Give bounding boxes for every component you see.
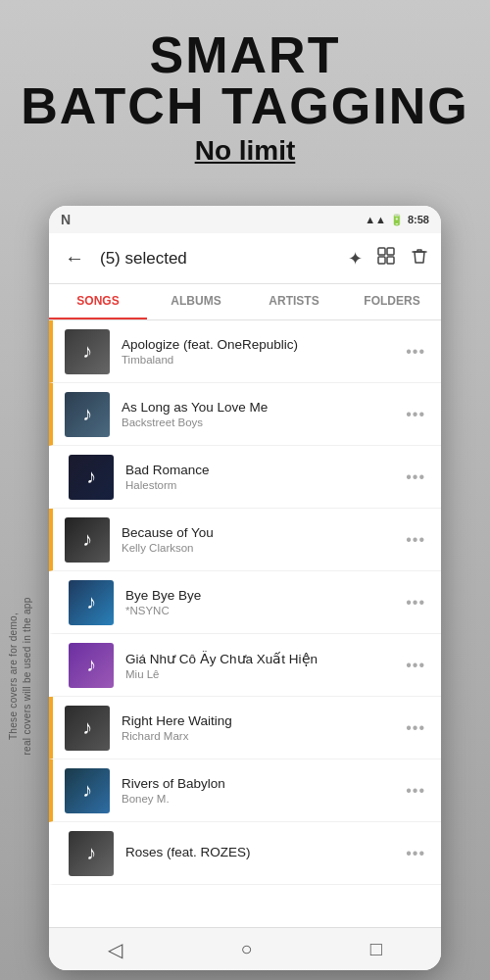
status-bar: N ▲▲ 🔋 8:58 [49, 206, 441, 233]
toolbar-actions: ✦ [348, 246, 429, 270]
song-menu-8[interactable]: ••• [402, 782, 429, 800]
clock: 8:58 [408, 214, 429, 225]
song-menu-2[interactable]: ••• [402, 406, 429, 423]
song-menu-4[interactable]: ••• [402, 531, 429, 549]
song-list: ♪ Apologize (feat. OneRepublic) Timbalan… [49, 320, 441, 922]
tabs-bar: SONGS ALBUMS ARTISTS FOLDERS [49, 284, 441, 320]
tab-artists[interactable]: ARTISTS [245, 284, 343, 319]
song-info-9: Roses (feat. ROZES) [125, 845, 402, 861]
song-thumb-2: ♪ [65, 392, 110, 437]
svg-rect-3 [387, 257, 394, 264]
song-thumb-7: ♪ [65, 706, 110, 751]
tab-folders[interactable]: FOLDERS [343, 284, 441, 319]
status-left: N [61, 212, 71, 227]
song-artist-3: Halestorm [125, 479, 402, 491]
song-info-5: Bye Bye Bye *NSYNC [125, 588, 402, 616]
song-thumb-6: ♪ [69, 643, 114, 688]
song-thumb-4: ♪ [65, 517, 110, 563]
song-title-6: Giá Như Cô Ấy Chưa Xuất Hiện [125, 651, 402, 666]
song-artist-1: Timbaland [122, 354, 402, 366]
song-thumb-3: ♪ [69, 455, 114, 500]
signal-icon: ▲▲ [365, 214, 386, 225]
thumb-icon-7: ♪ [65, 706, 110, 751]
back-nav-button[interactable]: ◁ [108, 938, 122, 961]
svg-rect-0 [378, 248, 385, 255]
thumb-icon-2: ♪ [65, 392, 110, 437]
recent-nav-button[interactable]: □ [370, 938, 382, 960]
back-button[interactable]: ← [61, 243, 88, 273]
thumb-icon-9: ♪ [69, 831, 114, 876]
song-info-2: As Long as You Love Me Backstreet Boys [122, 400, 402, 428]
song-item-3[interactable]: ♪ Bad Romance Halestorm ••• [49, 446, 441, 509]
notification-icon: N [61, 212, 71, 227]
thumb-icon-5: ♪ [69, 580, 114, 625]
title-smart: SMART [10, 29, 480, 80]
song-item-2[interactable]: ♪ As Long as You Love Me Backstreet Boys… [49, 383, 441, 446]
tab-songs[interactable]: SONGS [49, 284, 147, 319]
selection-count: (5) selected [100, 249, 340, 269]
home-nav-button[interactable]: ○ [240, 938, 252, 960]
song-title-1: Apologize (feat. OneRepublic) [122, 337, 402, 352]
song-artist-4: Kelly Clarkson [122, 542, 402, 554]
side-note: These covers are for demo,real covers wi… [6, 568, 35, 784]
song-thumb-8: ♪ [65, 768, 110, 813]
song-item-6[interactable]: ♪ Giá Như Cô Ấy Chưa Xuất Hiện Miu Lê ••… [49, 634, 441, 697]
battery-icon: 🔋 [390, 214, 404, 226]
song-menu-9[interactable]: ••• [402, 845, 429, 862]
song-title-5: Bye Bye Bye [125, 588, 402, 603]
song-thumb-5: ♪ [69, 580, 114, 625]
thumb-icon-1: ♪ [65, 329, 110, 374]
song-title-8: Rivers of Babylon [122, 776, 402, 791]
delete-button[interactable] [410, 246, 429, 270]
song-info-3: Bad Romance Halestorm [125, 463, 402, 491]
song-title-4: Because of You [122, 525, 402, 540]
song-artist-2: Backstreet Boys [122, 416, 402, 428]
status-right: ▲▲ 🔋 8:58 [365, 214, 429, 226]
song-artist-8: Boney M. [122, 793, 402, 805]
select-all-button[interactable] [376, 246, 396, 270]
song-info-1: Apologize (feat. OneRepublic) Timbaland [122, 337, 402, 366]
song-item-8[interactable]: ♪ Rivers of Babylon Boney M. ••• [49, 760, 441, 822]
song-item-7[interactable]: ♪ Right Here Waiting Richard Marx ••• [49, 697, 441, 760]
song-title-2: As Long as You Love Me [122, 400, 402, 415]
song-menu-5[interactable]: ••• [402, 594, 429, 612]
thumb-icon-8: ♪ [65, 768, 110, 813]
svg-rect-2 [378, 257, 385, 264]
song-info-7: Right Here Waiting Richard Marx [122, 713, 402, 742]
song-item-4[interactable]: ♪ Because of You Kelly Clarkson ••• [49, 509, 441, 571]
thumb-icon-6: ♪ [69, 643, 114, 688]
song-info-8: Rivers of Babylon Boney M. [122, 776, 402, 805]
toolbar: ← (5) selected ✦ [49, 233, 441, 284]
phone-frame: N ▲▲ 🔋 8:58 ← (5) selected ✦ [49, 206, 441, 970]
bottom-nav: ◁ ○ □ [49, 927, 441, 970]
song-item-9[interactable]: ♪ Roses (feat. ROZES) ••• [49, 822, 441, 885]
tab-albums[interactable]: ALBUMS [147, 284, 245, 319]
song-item-5[interactable]: ♪ Bye Bye Bye *NSYNC ••• [49, 571, 441, 634]
page-background: SMART BATCH TAGGING No limit These cover… [0, 0, 490, 186]
thumb-icon-4: ♪ [65, 517, 110, 563]
song-item-1[interactable]: ♪ Apologize (feat. OneRepublic) Timbalan… [49, 320, 441, 383]
song-artist-5: *NSYNC [125, 605, 402, 616]
song-thumb-1: ♪ [65, 329, 110, 374]
song-title-9: Roses (feat. ROZES) [125, 845, 402, 859]
page-header: SMART BATCH TAGGING No limit [0, 0, 490, 186]
song-info-6: Giá Như Cô Ấy Chưa Xuất Hiện Miu Lê [125, 651, 402, 680]
thumb-icon-3: ♪ [69, 455, 114, 500]
song-artist-7: Richard Marx [122, 730, 402, 742]
song-menu-1[interactable]: ••• [402, 343, 429, 361]
song-menu-3[interactable]: ••• [402, 468, 429, 486]
title-subtitle: No limit [10, 135, 480, 167]
song-artist-6: Miu Lê [125, 668, 402, 680]
song-title-7: Right Here Waiting [122, 713, 402, 728]
wand-button[interactable]: ✦ [348, 248, 363, 270]
title-batch: BATCH TAGGING [10, 80, 480, 131]
svg-rect-1 [387, 248, 394, 255]
side-note-text: These covers are for demo,real covers wi… [7, 597, 34, 755]
song-menu-7[interactable]: ••• [402, 719, 429, 737]
song-info-4: Because of You Kelly Clarkson [122, 525, 402, 554]
song-menu-6[interactable]: ••• [402, 657, 429, 674]
song-thumb-9: ♪ [69, 831, 114, 876]
song-title-3: Bad Romance [125, 463, 402, 477]
